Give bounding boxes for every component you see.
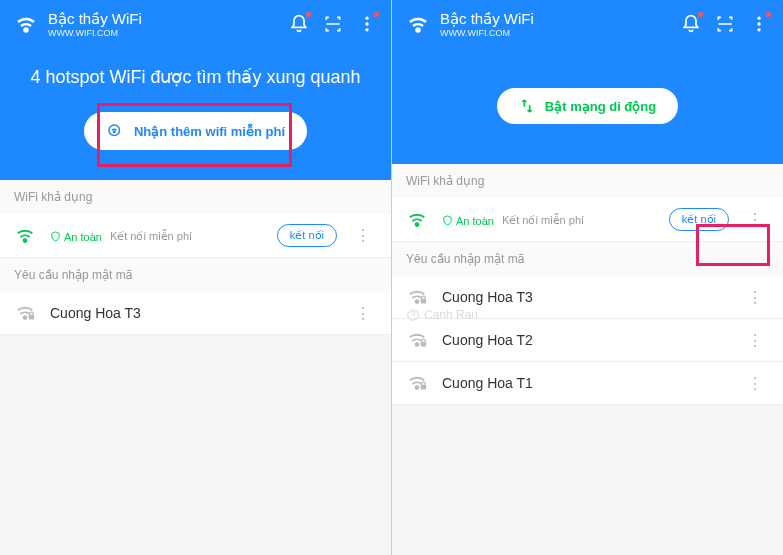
- wifi-signal-icon: [14, 225, 38, 247]
- wifi-name: Cuong Hoa T1: [442, 375, 729, 391]
- svg-point-1: [365, 17, 368, 20]
- header-title: Bậc thầy WiFi WWW.WIFI.COM: [440, 10, 671, 38]
- connect-button[interactable]: kết nối: [669, 208, 729, 231]
- password-section-label: Yêu cầu nhập mật mã: [0, 258, 391, 292]
- svg-point-12: [757, 28, 760, 31]
- wifi-item-password[interactable]: Cuong Hoa T3 ⋮: [0, 292, 391, 335]
- available-section-label: WiFi khả dụng: [0, 180, 391, 214]
- svg-point-6: [24, 239, 27, 242]
- scan-icon[interactable]: [715, 14, 735, 34]
- wifi-name: Cuong Hoa T3: [442, 289, 729, 305]
- bell-icon[interactable]: [289, 14, 309, 34]
- more-icon[interactable]: ⋮: [741, 331, 769, 350]
- app-header: Bậc thầy WiFi WWW.WIFI.COM: [0, 0, 391, 48]
- svg-point-15: [416, 300, 419, 303]
- svg-point-13: [416, 223, 419, 226]
- svg-point-17: [416, 343, 419, 346]
- wifi-lock-icon: [406, 286, 430, 308]
- hero-section: Bật mạng di động: [392, 48, 783, 164]
- more-icon[interactable]: ⋮: [741, 288, 769, 307]
- wifi-name: Cuong Hoa T2: [442, 332, 729, 348]
- svg-point-2: [365, 22, 368, 25]
- svg-point-3: [365, 28, 368, 31]
- hero-text: 4 hotspot WiFi được tìm thấy xung quanh: [14, 66, 377, 88]
- wifi-item-available[interactable]: An toàn Kết nối miễn phí kết nối ⋮: [0, 214, 391, 258]
- connect-button[interactable]: kết nối: [277, 224, 337, 247]
- header-title: Bậc thầy WiFi WWW.WIFI.COM: [48, 10, 279, 38]
- app-logo-icon: [14, 12, 38, 36]
- svg-point-5: [113, 131, 115, 133]
- hero-section: 4 hotspot WiFi được tìm thấy xung quanh …: [0, 48, 391, 180]
- phone-left: Bậc thầy WiFi WWW.WIFI.COM 4 hotspot WiF…: [0, 0, 391, 555]
- enable-mobile-data-button[interactable]: Bật mạng di động: [497, 88, 678, 124]
- wifi-signal-icon: [406, 209, 430, 231]
- safe-badge: An toàn: [442, 215, 494, 227]
- available-section-label: WiFi khả dụng: [392, 164, 783, 198]
- wifi-lock-icon: [406, 372, 430, 394]
- phone-right: Bậc thầy WiFi WWW.WIFI.COM Bật mạng di đ…: [392, 0, 783, 555]
- safe-badge: An toàn: [50, 231, 102, 243]
- free-connect-label: Kết nối miễn phí: [110, 230, 192, 243]
- wifi-lock-icon: [14, 302, 38, 324]
- svg-rect-8: [29, 315, 34, 320]
- more-icon[interactable]: ⋮: [349, 226, 377, 245]
- svg-point-11: [757, 22, 760, 25]
- watermark: Canh Rau: [406, 308, 478, 322]
- get-more-wifi-button[interactable]: Nhận thêm wifi miễn phí: [84, 112, 307, 150]
- more-icon[interactable]: ⋮: [741, 374, 769, 393]
- more-icon[interactable]: ⋮: [349, 304, 377, 323]
- svg-point-10: [757, 17, 760, 20]
- wifi-item-available[interactable]: An toàn Kết nối miễn phí kết nối ⋮: [392, 198, 783, 242]
- app-logo-icon: [406, 12, 430, 36]
- wifi-lock-icon: [406, 329, 430, 351]
- wifi-item-password[interactable]: Cuong Hoa T2 ⋮: [392, 319, 783, 362]
- wifi-name: Cuong Hoa T3: [50, 305, 337, 321]
- svg-rect-20: [421, 385, 427, 390]
- svg-rect-18: [421, 342, 427, 347]
- menu-icon[interactable]: [357, 14, 377, 34]
- password-section-label: Yêu cầu nhập mật mã: [392, 242, 783, 276]
- free-connect-label: Kết nối miễn phí: [502, 214, 584, 227]
- wifi-item-password[interactable]: Cuong Hoa T1 ⋮: [392, 362, 783, 405]
- wifi-info: An toàn Kết nối miễn phí: [50, 228, 265, 243]
- wifi-info: An toàn Kết nối miễn phí: [442, 212, 657, 227]
- svg-point-7: [24, 316, 27, 319]
- svg-point-9: [417, 29, 420, 32]
- menu-icon[interactable]: [749, 14, 769, 34]
- svg-point-19: [416, 386, 419, 389]
- bell-icon[interactable]: [681, 14, 701, 34]
- more-icon[interactable]: ⋮: [741, 210, 769, 229]
- scan-icon[interactable]: [323, 14, 343, 34]
- app-header: Bậc thầy WiFi WWW.WIFI.COM: [392, 0, 783, 48]
- svg-point-0: [25, 29, 28, 32]
- svg-rect-16: [421, 299, 427, 304]
